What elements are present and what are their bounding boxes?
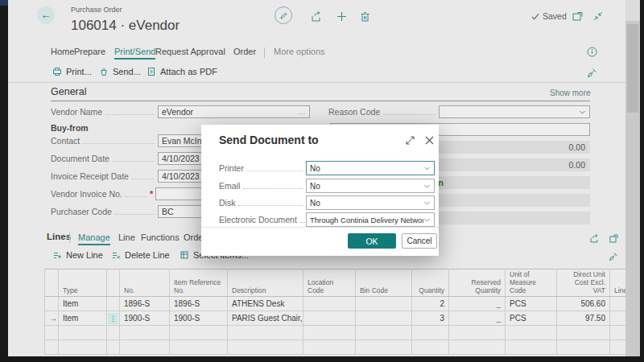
disk-select[interactable]: No — [306, 195, 435, 210]
pencil-icon — [279, 11, 288, 20]
scrollbar-top[interactable] — [625, 0, 640, 21]
cell-reserved-quantity[interactable]: _ — [449, 297, 506, 311]
electronic-document-field: Electronic Document Through Continia Del… — [219, 212, 435, 227]
row-selector[interactable] — [45, 297, 59, 311]
tab-home[interactable]: Home — [51, 47, 74, 56]
column-header[interactable]: Bin Code — [356, 269, 412, 297]
cell-item-reference-no[interactable]: 1896-S — [170, 297, 228, 311]
cell-type[interactable]: Item — [59, 311, 107, 326]
lines-table: Type No. Item Reference No. Description … — [44, 269, 625, 355]
printer-select[interactable]: No — [306, 161, 435, 175]
open-in-window-icon[interactable] — [572, 10, 584, 23]
active-row-indicator[interactable]: → — [45, 311, 59, 326]
lines-tab-line[interactable]: Line — [118, 232, 135, 242]
print-action[interactable]: Print... — [52, 67, 92, 76]
send-action[interactable]: Send... — [99, 67, 141, 76]
collapse-icon[interactable] — [592, 10, 605, 23]
column-header[interactable]: Location Code — [303, 269, 356, 297]
chevron-down-icon — [423, 216, 431, 224]
back-button[interactable]: ← — [37, 6, 55, 24]
field-label: Electronic Document — [219, 215, 297, 224]
cell-location-code[interactable] — [303, 311, 356, 326]
pin-icon[interactable] — [587, 68, 597, 78]
table-row-empty — [45, 326, 626, 340]
assist-edit-icon[interactable]: ... — [297, 108, 306, 116]
vendor-name-field: Vendor Name eVendor ... — [51, 105, 310, 118]
cancel-button[interactable]: Cancel — [402, 233, 437, 249]
electronic-document-select[interactable]: Through Continia Delivery Network — [306, 212, 435, 227]
cell-type[interactable]: Item — [59, 297, 107, 311]
table-row: Item 1896-S 1896-S ATHENS Desk 2 _ PCS 5… — [45, 297, 626, 311]
info-icon[interactable] — [587, 47, 597, 57]
column-header[interactable]: Type — [59, 269, 107, 297]
cell-bin-code[interactable] — [356, 311, 412, 326]
lines-share-icon[interactable] — [589, 233, 600, 244]
ribbon-tab-bar: Home Prepare Print/Send Request Approval… — [8, 45, 625, 62]
tab-more-options[interactable]: More options — [274, 47, 325, 56]
lines-pin-icon[interactable] — [609, 252, 618, 261]
new-line-action[interactable]: New Line — [52, 250, 103, 260]
row-menu-cell[interactable]: ⋮ — [107, 311, 120, 326]
checkmark-icon — [531, 13, 539, 20]
row-menu-cell[interactable] — [107, 297, 120, 311]
selector-column-header[interactable] — [45, 269, 59, 297]
cell-no[interactable]: 1900-S — [120, 311, 170, 326]
cell-location-code[interactable] — [303, 297, 356, 311]
cell-direct-unit-cost[interactable]: 506.60 — [557, 297, 610, 311]
column-header[interactable]: Unit of Measure Code — [506, 269, 557, 297]
lines-tab-manage[interactable]: Manage — [78, 232, 110, 245]
cell-direct-unit-cost[interactable]: 97.50 — [557, 311, 610, 326]
column-header[interactable]: Line — [610, 269, 626, 297]
chevron-down-icon — [579, 109, 586, 116]
tab-request-approval[interactable]: Request Approval — [155, 47, 225, 56]
cell-line-amount[interactable] — [610, 311, 626, 326]
select-items-icon — [180, 250, 189, 260]
printer-icon — [52, 67, 62, 76]
lines-tab-functions[interactable]: Functions — [141, 232, 180, 242]
cell-description[interactable]: PARIS Guest Chair, black — [228, 311, 303, 326]
cell-no[interactable]: 1896-S — [120, 297, 170, 311]
delete-icon[interactable] — [359, 10, 372, 23]
dialog-expand-icon[interactable] — [405, 135, 415, 146]
email-select[interactable]: No — [306, 179, 435, 193]
cell-bin-code[interactable] — [356, 297, 412, 311]
column-header[interactable]: Item Reference No. — [170, 269, 228, 297]
dialog-close-icon[interactable] — [424, 135, 435, 146]
column-header[interactable]: Reserved Quantity — [449, 269, 506, 297]
show-more-link[interactable]: Show more — [550, 88, 591, 97]
attach-as-pdf-action[interactable]: Attach as PDF — [147, 67, 217, 76]
field-label: Document Date — [51, 154, 109, 163]
cell-line-amount[interactable] — [610, 297, 626, 311]
vertical-scrollbar[interactable] — [625, 0, 640, 356]
new-document-icon[interactable] — [336, 10, 349, 23]
reason-code-select[interactable] — [439, 105, 590, 118]
row-menu-icon[interactable]: ⋮ — [108, 313, 118, 324]
row-menu-column-header — [107, 269, 120, 297]
email-field: Email No — [219, 179, 435, 193]
column-header[interactable]: No. — [120, 269, 170, 297]
table-row-active: → Item ⋮ 1900-S 1900-S PARIS Guest Chair… — [45, 311, 626, 326]
cell-quantity[interactable]: 3 — [412, 311, 449, 326]
cell-item-reference-no[interactable]: 1900-S — [170, 311, 228, 326]
cell-quantity[interactable]: 2 — [412, 297, 449, 311]
scrollbar-thumb[interactable] — [627, 24, 638, 113]
tab-print-send[interactable]: Print/Send — [114, 47, 155, 60]
vendor-name-input[interactable]: eVendor ... — [158, 105, 310, 118]
delete-line-action[interactable]: Delete Line — [111, 250, 170, 260]
tab-prepare[interactable]: Prepare — [74, 47, 105, 56]
cell-reserved-quantity[interactable]: _ — [449, 311, 506, 326]
column-header[interactable]: Quantity — [412, 269, 449, 297]
edit-button[interactable] — [275, 6, 292, 24]
cell-description[interactable]: ATHENS Desk — [228, 297, 303, 311]
cell-unit-of-measure[interactable]: PCS — [506, 311, 557, 326]
general-heading: General — [51, 86, 86, 97]
ok-button[interactable]: OK — [348, 233, 396, 249]
field-label: Invoice Receipt Date — [51, 171, 129, 181]
share-icon[interactable] — [311, 10, 324, 23]
lines-popout-icon[interactable] — [609, 233, 619, 244]
column-header[interactable]: Direct Unit Cost Excl. VAT — [557, 269, 610, 297]
cell-unit-of-measure[interactable]: PCS — [506, 297, 557, 311]
reason-code-field: Reason Code — [328, 105, 590, 118]
column-header[interactable]: Description — [228, 269, 303, 297]
tab-order[interactable]: Order — [233, 47, 256, 56]
